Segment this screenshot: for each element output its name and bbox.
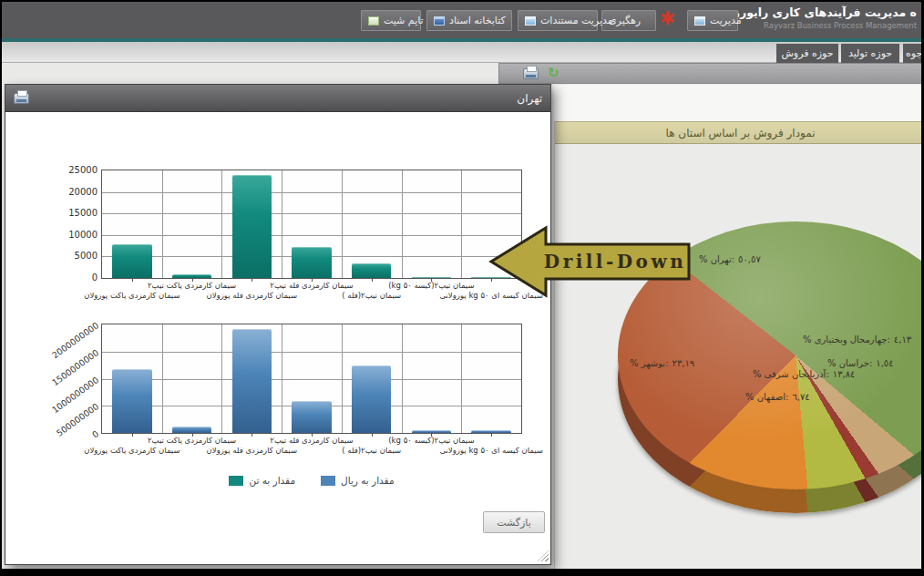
bar [412,277,451,278]
gridline [461,324,462,433]
app-title: ه مدیریت فرآیندهای کاری رایورز [734,5,917,19]
gridline [162,324,163,433]
bar [292,401,331,433]
x-axis-label: سیمان تیپ۲(کیسه ۵۰ kg) [376,436,486,445]
gridline [402,324,403,433]
drill-down-arrow: Drill-Down [488,223,692,300]
gridline [221,170,222,278]
y-axis-label: 25000 [34,165,98,175]
x-axis-label: سیمان کارمزدی پاکت تیپ۲ [138,281,247,290]
bar [172,274,211,278]
resize-grip[interactable] [538,550,549,561]
bar [352,365,391,433]
x-axis-label: سیمان کارمزدی فله پوزولان [197,291,306,300]
bar [232,329,272,433]
gridline [102,352,521,353]
back-button[interactable]: بازگشت [483,511,545,533]
x-axis-label: سیمان کارمزدی پاکت تیپ۲ [138,436,247,445]
tab-bar: حوزه فروش حوزه تولید ت وجوه [2,42,921,63]
axis-tick [372,278,373,282]
legend-item-tons: مقدار به تن [229,475,295,486]
gridline [402,170,403,278]
sales-by-province-panel: نمودار فروش بر اساس استان ها % تهران: ٥٠… [554,121,924,576]
axis-tick [132,433,133,437]
menu-item-timesheet[interactable]: تایم شیت [361,10,421,31]
y-axis-label: 15000 [34,208,98,218]
gridline [102,379,521,380]
bar [112,244,151,278]
gridline [221,324,222,433]
x-axis-label: سیمان کارمزدی پاکت پوزولان [77,446,187,455]
axis-tick [372,433,373,437]
menu-item-document-management[interactable]: مدیریت مستندات [518,10,598,31]
bar [471,430,510,433]
gridline [342,170,343,278]
y-axis-label: 10000 [34,230,98,240]
dialog-titlebar: تهران [5,85,550,112]
x-axis-label: سیمان کارمزدی پاکت پوزولان [77,291,187,300]
gridline [282,170,282,278]
x-axis-label: سیمان تیپ۲(کیسه ۵۰ kg) [376,281,486,290]
documents-icon [525,16,536,26]
bar [232,175,272,278]
pie-label-chaharmahal: % چهارمحال وبختیاری: ٤,١٣ [803,334,911,345]
drill-down-label: Drill-Down [544,251,686,273]
bar-chart-tons: 0500010000150002000025000سیمان کارمزدی پ… [101,170,522,279]
gridline [102,192,521,193]
bar [292,247,331,278]
gridline [461,170,462,278]
y-axis-label: 1000000000 [34,375,100,427]
page-background [554,85,921,121]
gridline [102,213,521,214]
x-axis-label: سیمان کارمزدی فله تیپ۲ [257,436,366,445]
tracking-icon[interactable]: ✱ [660,8,675,28]
y-axis-label: 5000 [34,251,98,261]
pie-label-azarbaijan: % آذربایجان شرقی: ١٣,٨٤ [753,369,855,379]
report-toolbar: ↻ [498,63,924,84]
x-axis-label: سیمان تیپ۲(فله ) [317,446,426,455]
menu-item-management[interactable]: مدیریت [687,10,738,31]
tab-funds-domain[interactable]: ت وجوه [903,44,924,63]
pie-label-tehran: % تهران: ٥٠,٥٧ [699,254,761,264]
x-axis-label: سیمان کارمزدی فله پوزولان [197,446,306,455]
app-subtitle: Rayvarz Business Process Management [734,21,917,30]
pie-label-esfahan: % اصفهان: ٦,٧٤ [745,392,810,402]
bar [412,430,451,433]
dialog-title: تهران [517,92,542,105]
printer-icon[interactable] [14,93,29,104]
x-axis-label: سیمان تیپ۲(فله ) [317,291,426,300]
tehran-drilldown-dialog: تهران 0500010000150002000025000سیمان کار… [5,84,551,565]
y-axis-label: 1500000000 [34,347,100,399]
app-window-icon [694,16,705,26]
gridline [162,170,163,278]
menu-item-document-library[interactable]: کتابخانه اسناد [426,10,512,31]
bar [112,369,151,433]
gridline [102,235,521,236]
axis-tick [252,433,252,437]
document-library-icon [434,16,445,26]
axis-tick [132,278,133,282]
x-axis-label: سیمان کارمزدی فله تیپ۲ [257,281,366,290]
timesheet-icon [368,16,379,26]
pie-label-khorasan: % خراسان: ١,٥٤ [827,358,894,368]
top-app-bar: ه مدیریت فرآیندهای کاری رایورز Rayvarz B… [2,2,921,38]
bar-chart-rials: 0500000000100000000015000000002000000000… [101,324,522,434]
gridline [342,324,343,433]
tab-sales-domain[interactable]: حوزه فروش [776,44,838,63]
bar [172,427,211,433]
legend-item-rials: مقدار به ریال [321,475,394,486]
pie-label-bushehr: % بوشهر: ٢٣,١٩ [630,358,694,368]
bar [352,263,391,278]
axis-tick [491,433,492,437]
brand: ه مدیریت فرآیندهای کاری رایورز Rayvarz B… [734,5,917,30]
tab-production-domain[interactable]: حوزه تولید [841,44,899,63]
y-axis-label: 20000 [34,187,98,197]
x-axis-label: سیمان کیسه ای ۵۰ kg پوزولانی [436,446,546,455]
legend-swatch-teal [229,476,243,486]
axis-tick [252,278,252,282]
legend-swatch-blue [321,476,335,486]
pie-panel-header: نمودار فروش بر اساس استان ها [555,121,924,144]
printer-icon[interactable] [523,68,539,79]
refresh-icon[interactable]: ↻ [548,67,560,80]
y-axis-label: 2000000000 [34,320,100,372]
